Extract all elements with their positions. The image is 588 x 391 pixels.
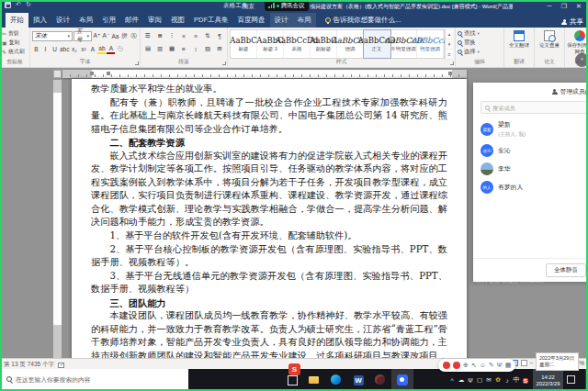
first-line-indent-marker[interactable] — [107, 72, 110, 75]
grow-font-button[interactable]: A⁺ — [93, 31, 101, 41]
minimize-button[interactable]: ─ — [542, 0, 557, 12]
edge-icon[interactable] — [325, 369, 347, 391]
有梦的人[interactable]: 的人 有梦的人 — [473, 178, 588, 196]
highlight-button[interactable]: ab — [97, 44, 106, 54]
tab-mailings[interactable]: 邮件 — [120, 13, 143, 28]
sort-button[interactable]: ⇅ — [202, 31, 213, 41]
tell-me-search[interactable]: 告诉我你想要做什么... — [325, 13, 401, 28]
save-to-baidu-button[interactable]: 保存到百度网盘 — [567, 29, 588, 54]
金沁[interactable]: 金沁 金沁 — [473, 141, 588, 160]
save-icon[interactable] — [5, 2, 11, 8]
taskbar-search-input[interactable] — [16, 376, 184, 383]
action-center-icon[interactable] — [567, 375, 575, 384]
copy-button[interactable]: ▣ 复制 — [2, 39, 28, 47]
message-tray-icon[interactable]: ✉ — [484, 376, 493, 384]
floating-s-badge[interactable]: S — [288, 363, 300, 375]
red-s-tray-icon[interactable]: S — [521, 377, 530, 384]
mic-icon[interactable]: Ψ — [497, 362, 503, 369]
tab-design[interactable]: 设计 — [51, 13, 74, 28]
styles-scroll-up[interactable]: ▴ — [446, 29, 453, 39]
ime-indicator[interactable]: 中 — [512, 375, 521, 385]
share-button[interactable]: 共享 — [561, 17, 583, 27]
tab-home[interactable]: 开始 — [6, 13, 28, 28]
mic-tray-icon[interactable]: Ψ — [466, 377, 475, 384]
bold-button[interactable]: B — [32, 44, 40, 54]
underline-button[interactable]: U — [51, 44, 59, 54]
meeting-logo-icon[interactable] — [453, 362, 460, 369]
subscript-button[interactable]: x₂ — [70, 44, 78, 54]
panel-collapse-button[interactable]: ‹ — [575, 53, 588, 67]
translate-button[interactable]: 全文翻译 — [506, 29, 532, 49]
font-size-select[interactable]: 五号▾ — [74, 31, 92, 41]
styles-scroll-down[interactable]: ▾ — [446, 39, 453, 50]
close-button[interactable]: ✕ — [571, 0, 586, 12]
enclose-characters-button[interactable]: ㊀ — [116, 44, 124, 54]
redo-icon[interactable]: ↻ — [26, 1, 31, 8]
paragraph-dialog-launcher[interactable] — [222, 61, 226, 65]
change-case-button[interactable]: Aa — [111, 31, 119, 41]
document-page[interactable]: 教学质量水平和学生的就业率。配有专（兼）职教师，且聘请了一批校企合作企业工程技术… — [72, 79, 467, 358]
style-intense-emphasis[interactable]: AaBbCcD 明显强调 — [417, 30, 444, 58]
right-indent-marker[interactable] — [448, 72, 452, 75]
emoji-icon[interactable]: ☺ — [480, 362, 486, 369]
strikethrough-button[interactable]: abc — [60, 44, 69, 54]
page-word-count[interactable]: 第 13 页 7435 个字 — [4, 361, 54, 369]
undo-icon[interactable]: ↶ — [16, 1, 21, 8]
李华[interactable]: 李华 — [473, 160, 588, 178]
find-button[interactable]: 查找 ▾ — [458, 29, 502, 38]
text-effects-button[interactable]: A — [88, 44, 96, 54]
align-left-button[interactable]: ▤ — [142, 44, 153, 54]
tab-view[interactable]: 视图 — [166, 13, 189, 28]
梁新[interactable]: 梁新 梁新 (主持人, 我) — [473, 117, 588, 141]
decrease-indent-button[interactable]: « — [178, 31, 189, 41]
select-button[interactable]: 选择 ▾ — [458, 48, 502, 56]
cursor-icon[interactable]: ↖ — [471, 362, 477, 369]
style-heading[interactable]: AaBbC 标题 — [231, 30, 257, 58]
justify-button[interactable]: ≡ — [178, 44, 189, 54]
file-explorer-icon[interactable] — [303, 369, 325, 391]
replace-button[interactable]: 替换 — [458, 39, 502, 47]
move-icon[interactable]: ⊕ — [463, 362, 469, 369]
cloud-icon[interactable]: ☁ — [457, 376, 466, 384]
style-table[interactable]: AaBbCcDd 表格 — [284, 30, 311, 58]
taskbar-search-box[interactable] — [2, 369, 188, 389]
increase-indent-button[interactable]: » — [190, 31, 201, 41]
display-tray-icon[interactable]: ▢ — [475, 376, 484, 384]
bullets-button[interactable]: ☰ — [142, 31, 153, 41]
tab-table-design[interactable]: 设计 — [270, 13, 293, 28]
annotate-pen-icon[interactable]: ✎ — [489, 362, 494, 369]
paper-check-button[interactable]: 论文查重 — [537, 29, 562, 49]
meeting-logo-icon[interactable] — [443, 362, 450, 369]
tray-expand-icon[interactable]: ^ — [447, 377, 457, 384]
taskbar-clock[interactable]: 14:22 2022/3/29 — [533, 369, 563, 391]
web-layout-icon[interactable] — [521, 360, 527, 366]
tab-review[interactable]: 审阅 — [143, 13, 166, 28]
multilevel-list-button[interactable]: ⁝ — [166, 31, 177, 41]
member-search-box[interactable] — [481, 101, 588, 114]
member-search-input[interactable] — [492, 105, 587, 111]
tab-table-layout[interactable]: 布局 — [293, 13, 316, 28]
show-marks-button[interactable]: ¶ — [214, 31, 225, 41]
indent-marker[interactable] — [90, 72, 94, 75]
tencent-meeting-overlay[interactable]: 腾讯会议 — [265, 0, 309, 11]
borders-button[interactable]: ⊞ — [214, 44, 225, 54]
tab-layout[interactable]: 布局 — [74, 13, 97, 28]
line-spacing-button[interactable]: ↕ — [190, 44, 201, 54]
numbering-button[interactable]: ≣ — [154, 31, 165, 41]
shrink-font-button[interactable]: A⁻ — [102, 31, 110, 41]
sunflower-tray-icon[interactable]: ✿ — [493, 376, 503, 384]
share-screen-icon[interactable]: ▦ — [505, 362, 512, 369]
zoom-out-button[interactable]: − — [530, 360, 534, 366]
cut-button[interactable]: ✂ 剪切 — [2, 29, 28, 38]
tencent-meeting-icon[interactable] — [391, 369, 413, 391]
mute-all-button[interactable]: 全体静音 — [546, 263, 586, 277]
volume-icon[interactable]: ♪ — [503, 377, 512, 384]
proofing-icon[interactable] — [58, 363, 64, 368]
font-color-button[interactable]: A — [107, 44, 115, 54]
tab-stop-selector[interactable] — [53, 70, 62, 78]
align-right-button[interactable]: ▦ — [166, 44, 177, 54]
font-name-select[interactable]: 宋体▾ — [32, 31, 73, 41]
tab-baidu-netdisk[interactable]: 百度网盘 — [233, 13, 270, 28]
tab-pdf-tools[interactable]: PDF工具集 — [189, 13, 233, 28]
app-icon-dark[interactable] — [369, 369, 391, 391]
